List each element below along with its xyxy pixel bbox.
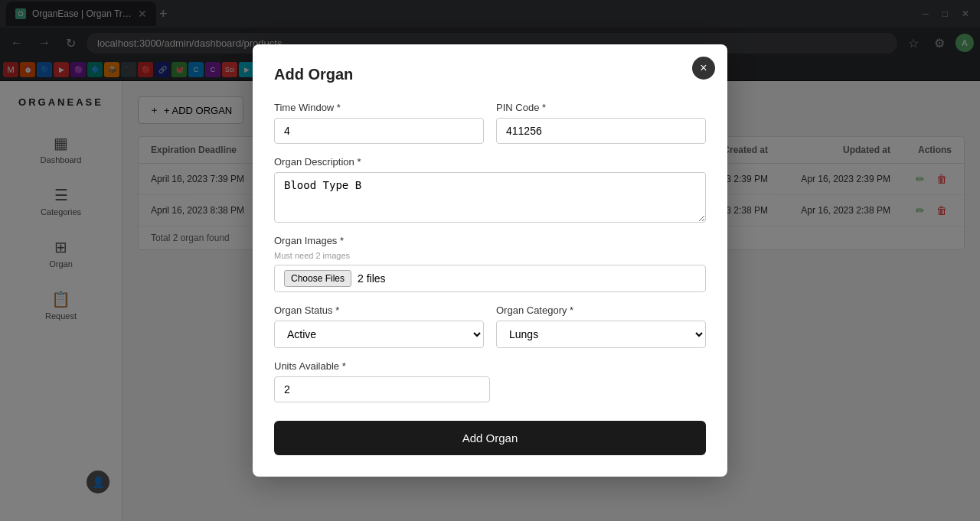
units-available-label: Units Available * [274, 360, 490, 372]
modal-overlay[interactable]: Add Organ × Time Window * PIN Code * Org… [0, 0, 980, 521]
file-input-wrapper: Choose Files 2 files [274, 265, 706, 292]
organ-images-label: Organ Images * [274, 235, 706, 246]
pin-code-input[interactable] [496, 118, 706, 144]
add-organ-modal: Add Organ × Time Window * PIN Code * Org… [253, 44, 727, 477]
form-row-1: Time Window * PIN Code * [274, 102, 706, 144]
organ-status-select[interactable]: Active Inactive [274, 321, 484, 348]
organ-category-label: Organ Category * [496, 304, 706, 316]
organ-category-select[interactable]: Lungs Heart Kidney Liver [496, 321, 706, 348]
organ-status-group: Organ Status * Active Inactive [274, 304, 484, 348]
organ-status-label: Organ Status * [274, 304, 484, 316]
submit-button[interactable]: Add Organ [274, 421, 706, 455]
time-window-input[interactable] [274, 118, 484, 144]
units-available-input[interactable] [274, 376, 490, 402]
organ-images-group: Organ Images * Must need 2 images Choose… [274, 235, 706, 292]
time-window-group: Time Window * [274, 102, 484, 144]
organ-description-input[interactable] [274, 172, 706, 223]
organ-images-hint: Must need 2 images [274, 251, 706, 260]
pin-code-label: PIN Code * [496, 102, 706, 113]
organ-category-group: Organ Category * Lungs Heart Kidney Live… [496, 304, 706, 348]
choose-files-button[interactable]: Choose Files [284, 270, 351, 287]
time-window-label: Time Window * [274, 102, 484, 113]
modal-close-button[interactable]: × [692, 57, 715, 80]
files-selected-count: 2 files [358, 272, 386, 285]
modal-title: Add Organ [274, 66, 706, 83]
form-row-status-category: Organ Status * Active Inactive Organ Cat… [274, 304, 706, 348]
organ-description-group: Organ Description * [274, 156, 706, 223]
organ-description-label: Organ Description * [274, 156, 706, 168]
units-available-group: Units Available * [274, 360, 490, 402]
pin-code-group: PIN Code * [496, 102, 706, 144]
